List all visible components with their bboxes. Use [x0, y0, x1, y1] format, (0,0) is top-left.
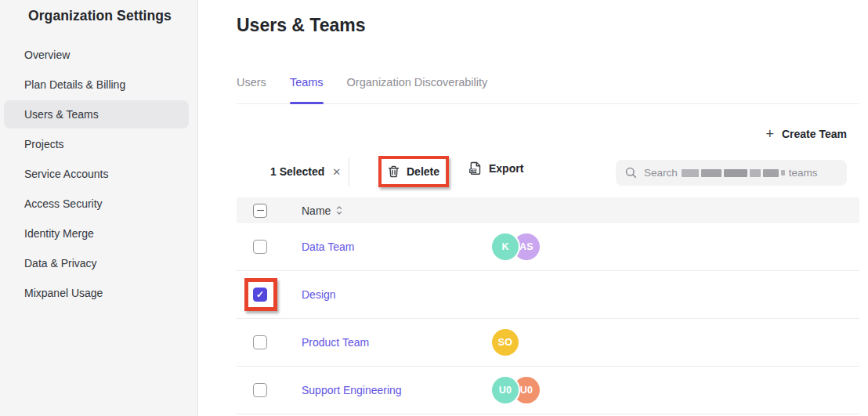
page-title: Users & Teams [237, 15, 366, 36]
tab-users[interactable]: Users [237, 76, 266, 89]
annotation-box-delete: Delete [378, 156, 449, 187]
tab-organization-discoverability-label: Organization Discoverability [347, 76, 488, 89]
sidebar-item-projects[interactable]: Projects [4, 130, 189, 158]
tab-teams-label: Teams [290, 76, 324, 89]
team-link-design[interactable]: Design [302, 288, 492, 301]
selection-count: 1 Selected ✕ [270, 165, 341, 178]
avatar-group: U0 U0 [492, 377, 540, 403]
team-link-product-team[interactable]: Product Team [302, 336, 492, 349]
table-row: Support Engineering U0 U0 [237, 367, 859, 414]
sidebar-item-users-teams[interactable]: Users & Teams [4, 100, 189, 128]
tab-bar: Users Teams Organization Discoverability [237, 76, 859, 104]
sidebar-item-overview[interactable]: Overview [4, 41, 189, 69]
table-header-row: Name [237, 197, 859, 223]
table-row: Product Team SO [237, 319, 859, 367]
sort-icon [336, 206, 342, 215]
export-button[interactable]: CSV Export [468, 161, 523, 175]
row-checkbox-data-team[interactable] [253, 240, 267, 254]
row-checkbox-product-team[interactable] [253, 335, 267, 349]
search-placeholder: Search teams [644, 167, 818, 179]
tab-users-label: Users [237, 76, 266, 89]
select-all-checkbox[interactable] [253, 204, 267, 218]
table-row: ✓ Design [237, 271, 859, 319]
avatar-group: K AS [492, 233, 540, 260]
team-link-data-team[interactable]: Data Team [302, 241, 492, 253]
table-row: Data Team K AS [237, 223, 859, 271]
plus-icon: + [765, 128, 774, 139]
create-team-button[interactable]: + Create Team [765, 128, 847, 140]
avatar: SO [492, 329, 519, 356]
sidebar-title: Organization Settings [28, 8, 172, 24]
name-column-header-label: Name [302, 204, 331, 217]
sidebar-item-service-accounts[interactable]: Service Accounts [4, 160, 189, 188]
delete-button[interactable]: Delete [382, 159, 446, 184]
name-column-header[interactable]: Name [302, 204, 342, 217]
clear-selection-icon[interactable]: ✕ [332, 166, 341, 178]
search-input[interactable]: Search teams [616, 160, 847, 186]
sidebar: Organization Settings Overview Plan Deta… [0, 0, 198, 416]
avatar: U0 [492, 377, 519, 403]
sidebar-item-plan-details-billing[interactable]: Plan Details & Billing [4, 71, 189, 99]
teams-table: Name Data Team K AS ✓ Design Product Tea… [237, 197, 859, 414]
tab-active-underline [290, 102, 324, 104]
search-icon [625, 167, 637, 179]
toolbar-divider [349, 157, 349, 186]
svg-text:CSV: CSV [470, 169, 478, 173]
team-link-support-engineering[interactable]: Support Engineering [302, 384, 492, 396]
trash-icon [388, 165, 400, 178]
search-placeholder-suffix: teams [789, 167, 818, 179]
sidebar-nav: Overview Plan Details & Billing Users & … [0, 41, 197, 309]
check-icon: ✓ [256, 290, 264, 299]
create-team-label: Create Team [782, 128, 847, 140]
sidebar-item-data-privacy[interactable]: Data & Privacy [4, 249, 189, 277]
row-checkbox-support-engineering[interactable] [253, 383, 267, 397]
indeterminate-icon [257, 210, 264, 212]
avatar: K [492, 233, 519, 260]
avatar-group: SO [492, 329, 519, 356]
tab-teams[interactable]: Teams [290, 76, 324, 89]
csv-file-icon: CSV [468, 161, 482, 175]
delete-button-label: Delete [407, 165, 439, 178]
search-placeholder-prefix: Search [644, 167, 678, 179]
selection-count-label: 1 Selected [270, 165, 324, 178]
export-button-label: Export [489, 162, 523, 175]
tab-organization-discoverability[interactable]: Organization Discoverability [347, 76, 488, 89]
sidebar-item-identity-merge[interactable]: Identity Merge [4, 219, 189, 248]
redacted-text [682, 169, 785, 177]
sidebar-item-mixpanel-usage[interactable]: Mixpanel Usage [4, 279, 189, 307]
row-checkbox-design[interactable]: ✓ [253, 288, 267, 302]
sidebar-item-access-security[interactable]: Access Security [4, 190, 189, 218]
